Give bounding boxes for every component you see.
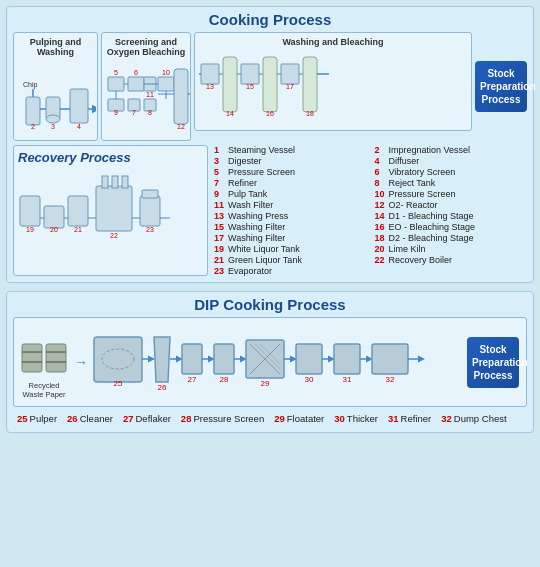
cooking-bottom: Recovery Process 19 20 21 — [13, 145, 527, 276]
svg-text:30: 30 — [305, 375, 314, 384]
svg-rect-101 — [334, 344, 360, 374]
svg-rect-2 — [26, 97, 40, 125]
legend-8: 8Reject Tank — [375, 178, 528, 188]
svg-text:4: 4 — [77, 123, 81, 130]
svg-point-5 — [46, 115, 60, 123]
svg-text:13: 13 — [206, 83, 214, 90]
washing-diagram: 13 14 15 16 17 18 — [199, 49, 359, 124]
svg-text:3: 3 — [51, 123, 55, 130]
pulping-diagram: Chip 2 3 4 — [18, 59, 96, 134]
svg-text:29: 29 — [261, 379, 270, 388]
legend-19: 19White Liquor Tank — [214, 244, 367, 254]
legend-panel: 1Steaming Vessel 2Impregnation Vessel 3D… — [214, 145, 527, 276]
dip-flow-diagram: 25 26 27 2 — [92, 322, 467, 402]
legend-1: 1Steaming Vessel — [214, 145, 367, 155]
svg-text:31: 31 — [343, 375, 352, 384]
svg-text:28: 28 — [220, 375, 229, 384]
svg-text:15: 15 — [246, 83, 254, 90]
dip-label-29: 29 Floatater — [274, 413, 324, 424]
legend-20: 20Lime Kiln — [375, 244, 528, 254]
svg-rect-22 — [158, 77, 174, 91]
svg-rect-62 — [122, 176, 128, 188]
svg-rect-38 — [241, 64, 259, 84]
recovery-title: Recovery Process — [18, 150, 203, 165]
legend-23: 23Evaporator — [214, 266, 527, 276]
svg-rect-57 — [68, 196, 88, 226]
pulping-title: Pulping and Washing — [18, 37, 93, 57]
svg-rect-73 — [46, 344, 66, 372]
legend-5: 5Pressure Screen — [214, 167, 367, 177]
svg-rect-65 — [142, 190, 158, 198]
legend-13: 13Washing Press — [214, 211, 367, 221]
legend-16: 16EO - Bleaching Stage — [375, 222, 528, 232]
svg-rect-34 — [201, 64, 219, 84]
svg-rect-26 — [174, 69, 188, 124]
stock-prep-box: Stock Preparation Process — [475, 61, 527, 112]
pulping-section: Pulping and Washing Chip 2 3 4 — [13, 32, 98, 141]
dip-label-27: 27 Deflaker — [123, 413, 171, 424]
screening-section: Screening and Oxygen Bleaching 5 6 — [101, 32, 191, 141]
svg-rect-40 — [263, 57, 277, 112]
legend-11: 11Wash Filter — [214, 200, 367, 210]
svg-text:17: 17 — [286, 83, 294, 90]
dip-label-31: 31 Refiner — [388, 413, 431, 424]
dip-label-30: 30 Thicker — [334, 413, 378, 424]
dip-diagram: Recycled Waste Paper → 25 — [13, 317, 527, 407]
svg-text:22: 22 — [110, 232, 118, 239]
legend-12: 12O2- Reactor — [375, 200, 528, 210]
svg-rect-55 — [44, 206, 64, 228]
dip-stock-prep-box: Stock Preparation Process — [467, 337, 519, 388]
svg-text:12: 12 — [177, 123, 185, 130]
recovery-panel: Recovery Process 19 20 21 — [13, 145, 208, 276]
svg-text:2: 2 — [31, 123, 35, 130]
legend-15: 15Washing Filter — [214, 222, 367, 232]
recovery-diagram: 19 20 21 22 23 — [18, 168, 198, 253]
dip-label-28: 28 Pressure Screen — [181, 413, 264, 424]
dip-title: DIP Cooking Process — [13, 296, 527, 313]
svg-rect-53 — [20, 196, 40, 226]
legend-9: 9Pulp Tank — [214, 189, 367, 199]
svg-rect-59 — [96, 186, 132, 231]
legend-18: 18D2 - Bleaching Stage — [375, 233, 528, 243]
cooking-title: Cooking Process — [13, 11, 527, 28]
svg-rect-104 — [372, 344, 408, 374]
svg-text:16: 16 — [266, 110, 274, 117]
svg-rect-61 — [112, 176, 118, 188]
svg-rect-64 — [140, 196, 160, 226]
svg-rect-44 — [303, 57, 317, 112]
legend-22: 22Recovery Boiler — [375, 255, 528, 265]
svg-rect-14 — [128, 77, 144, 91]
dip-bottom-labels: 25 Pulper 26 Cleaner 27 Deflaker 28 Pres… — [13, 411, 527, 426]
svg-text:32: 32 — [386, 375, 395, 384]
svg-text:23: 23 — [146, 226, 154, 233]
svg-rect-36 — [223, 57, 237, 112]
svg-text:10: 10 — [162, 69, 170, 76]
svg-text:Chip: Chip — [23, 81, 38, 89]
legend-14: 14D1 - Bleaching Stage — [375, 211, 528, 221]
svg-text:7: 7 — [132, 109, 136, 116]
svg-rect-60 — [102, 176, 108, 188]
arrow-1: → — [74, 354, 88, 370]
legend-7: 7Refiner — [214, 178, 367, 188]
svg-text:19: 19 — [26, 226, 34, 233]
legend-grid: 1Steaming Vessel 2Impregnation Vessel 3D… — [214, 145, 527, 276]
screening-title: Screening and Oxygen Bleaching — [106, 37, 186, 57]
svg-text:11: 11 — [146, 91, 154, 98]
svg-rect-7 — [70, 89, 88, 123]
svg-rect-98 — [296, 344, 322, 374]
main-container: Cooking Process Pulping and Washing Chip… — [0, 0, 540, 439]
legend-6: 6Vibratory Screen — [375, 167, 528, 177]
svg-text:14: 14 — [226, 110, 234, 117]
svg-text:5: 5 — [114, 69, 118, 76]
legend-2: 2Impregnation Vessel — [375, 145, 528, 155]
svg-text:20: 20 — [50, 226, 58, 233]
svg-text:26: 26 — [158, 383, 167, 392]
cooking-panel: Cooking Process Pulping and Washing Chip… — [6, 6, 534, 283]
dip-panel: DIP Cooking Process Recycled Wast — [6, 291, 534, 433]
legend-10: 10Pressure Screen — [375, 189, 528, 199]
legend-4: 4Diffuser — [375, 156, 528, 166]
dip-label-25: 25 Pulper — [17, 413, 57, 424]
recycle-bales — [20, 326, 68, 381]
svg-text:25: 25 — [114, 379, 123, 388]
washing-section: Washing and Bleaching 13 14 15 16 — [194, 32, 472, 131]
